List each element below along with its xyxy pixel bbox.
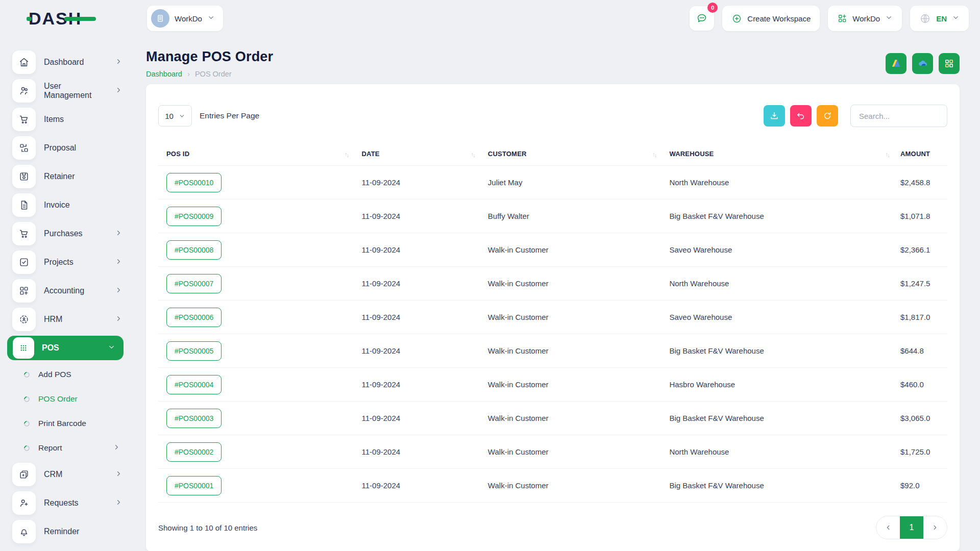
sidebar-item-requests[interactable]: Requests [0,489,133,517]
sort-icon[interactable]: ↑↓ [345,151,349,157]
refresh-button[interactable] [817,105,838,127]
sort-icon[interactable]: ↑↓ [886,151,890,157]
chevron-down-icon [885,14,893,23]
google-drive-button[interactable] [886,53,906,74]
workspace-switcher[interactable]: WorkDo [147,6,223,31]
pos-id-link[interactable]: #POS00005 [166,341,222,361]
create-workspace-button[interactable]: Create Workspace [722,6,820,31]
sidebar-subitem-report[interactable]: Report [0,436,133,460]
customer-name: Buffy Walter [482,199,664,233]
sidebar-item-invoice[interactable]: Invoice [0,191,133,219]
customer-name: Walk-in Customer [482,334,664,368]
language-selector[interactable]: EN [910,6,969,31]
sort-icon[interactable]: ↑↓ [471,151,475,157]
sidebar-subitem-pos-order[interactable]: POS Order [0,387,133,411]
pos-id-link[interactable]: #POS00007 [166,274,222,293]
sidebar-item-label: Projects [44,258,107,267]
page-number-current[interactable]: 1 [900,516,923,539]
column-header-pos-id: POS ID↑↓ [158,142,356,166]
messages-button[interactable]: 0 [690,6,714,31]
previous-page-button[interactable] [876,516,900,539]
cart-icon [12,108,36,131]
sort-icon[interactable]: ↑↓ [652,151,657,157]
pos-id-link[interactable]: #POS00006 [166,308,222,327]
column-header-date: DATE↑↓ [356,142,482,166]
order-amount: $1,071.8 [896,199,947,233]
sidebar-item-items[interactable]: Items [0,105,133,134]
language-label: EN [936,14,947,23]
entries-summary: Showing 1 to 10 of 10 entries [158,523,257,532]
workspace-name: WorkDo [175,14,202,23]
swap-grid-icon [12,136,36,160]
sidebar-item-label: CRM [44,470,107,479]
order-amount: $3,065.0 [896,402,947,435]
chevron-right-icon [113,443,120,453]
pos-id-link[interactable]: #POS00003 [166,409,222,428]
order-amount: $2,458.8 [896,166,947,199]
sidebar-item-dashboard[interactable]: Dashboard [0,48,133,77]
chevron-right-icon [115,498,122,508]
sidebar-item-hrm[interactable]: HRM [0,305,133,334]
table-row: #POS00005 11-09-2024 Walk-in Customer Bi… [158,334,947,368]
pos-id-link[interactable]: #POS00009 [166,207,222,226]
chevron-right-icon [115,86,122,96]
chevron-down-icon [207,14,215,23]
sidebar-item-accounting[interactable]: Accounting [0,277,133,305]
order-date: 11-09-2024 [356,267,482,300]
table-controls: 10 Entries Per Page [158,105,947,127]
next-page-button[interactable] [923,516,947,539]
search-input[interactable] [850,105,947,127]
apps-grid-button[interactable] [939,53,960,74]
order-amount: $2,366.1 [896,233,947,267]
sidebar-item-label: Accounting [44,286,107,295]
entries-per-page-select[interactable]: 10 [158,105,192,127]
topbar: DASH WorkDo 0 Create Workspace WorkDo EN [0,0,980,37]
pos-id-link[interactable]: #POS00002 [166,442,222,462]
chevron-right-icon [115,258,122,267]
onedrive-icon [917,58,928,69]
customer-name: Walk-in Customer [482,469,664,503]
sidebar-item-label: Items [44,115,122,124]
user-plus-icon [12,491,36,515]
app-menu-button[interactable]: WorkDo [828,6,902,31]
pos-id-link[interactable]: #POS00008 [166,240,222,260]
sidebar-item-pos[interactable]: POS [7,336,124,360]
building-icon [155,13,165,23]
order-date: 11-09-2024 [356,469,482,503]
undo-button[interactable] [790,105,812,127]
sidebar-item-proposal[interactable]: Proposal [0,134,133,162]
pos-id-link[interactable]: #POS00010 [166,173,222,192]
breadcrumb-separator-icon: › [187,69,190,78]
sidebar: Dashboard User Management Items Proposal… [0,37,133,551]
sidebar-item-user-management[interactable]: User Management [0,77,133,105]
export-button[interactable] [764,105,785,127]
sidebar-item-purchases[interactable]: Purchases [0,219,133,248]
warehouse-name: North Warehouse [663,435,896,469]
breadcrumb: Dashboard › POS Order [146,69,273,78]
order-amount: $644.8 [896,334,947,368]
customer-name: Walk-in Customer [482,233,664,267]
pos-id-link[interactable]: #POS00004 [166,375,222,394]
sidebar-item-reminder[interactable]: Reminder [0,517,133,546]
sidebar-item-label: Purchases [44,229,107,238]
breadcrumb-dashboard-link[interactable]: Dashboard [146,70,182,78]
column-header-warehouse: WAREHOUSE↑↓ [663,142,896,166]
sidebar-item-label: POS [42,343,100,353]
sidebar-subitem-add-pos[interactable]: Add POS [0,362,133,387]
logo[interactable]: DASH [0,9,133,29]
sidebar-subitem-print-barcode[interactable]: Print Barcode [0,411,133,436]
sidebar-item-projects[interactable]: Projects [0,248,133,277]
warehouse-name: Big Basket F&V Warehouse [663,402,896,435]
sidebar-item-crm[interactable]: CRM [0,460,133,489]
onedrive-button[interactable] [912,53,933,74]
chevron-right-icon [115,229,122,239]
order-date: 11-09-2024 [356,300,482,334]
breadcrumb-current: POS Order [195,70,232,78]
pos-id-link[interactable]: #POS00001 [166,476,222,495]
sidebar-item-retainer[interactable]: Retainer [0,162,133,191]
document-icon [12,193,36,217]
table-row: #POS00002 11-09-2024 Walk-in Customer No… [158,435,947,469]
table-header-row: POS ID↑↓ DATE↑↓ CUSTOMER↑↓ WAREHOUSE↑↓ A… [158,142,947,166]
order-date: 11-09-2024 [356,368,482,402]
table-row: #POS00010 11-09-2024 Juliet May North Wa… [158,166,947,199]
